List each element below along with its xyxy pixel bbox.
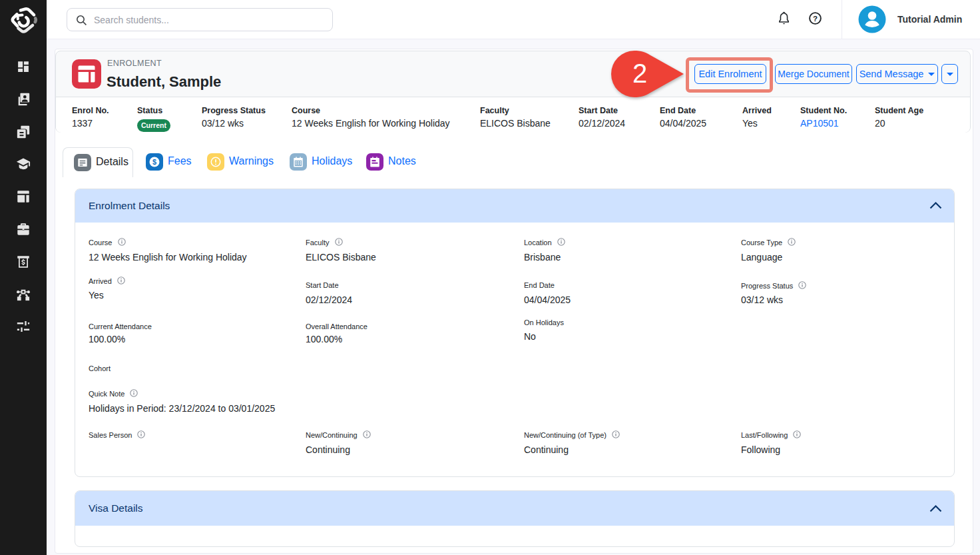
svg-text:?: ? [813,15,818,23]
svg-text:$: $ [152,158,156,166]
svg-text:2: 2 [632,59,647,88]
